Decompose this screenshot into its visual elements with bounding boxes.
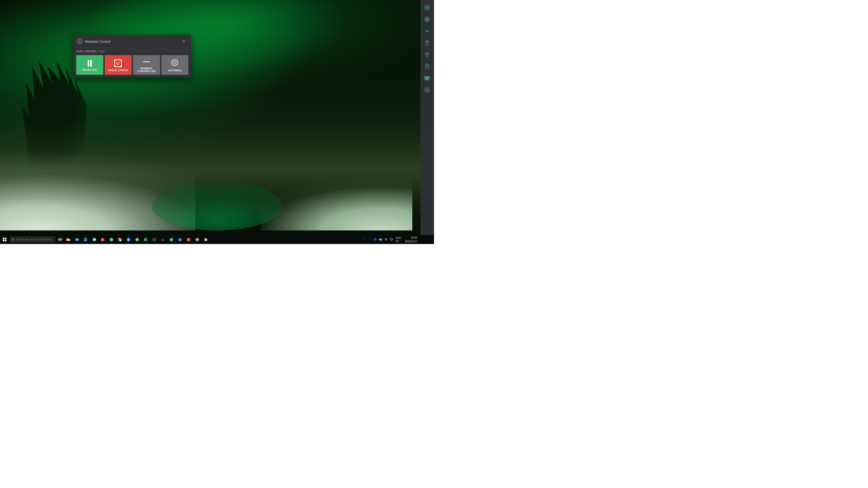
svg-text:S: S bbox=[127, 238, 129, 241]
svg-text:💬: 💬 bbox=[93, 238, 96, 241]
taskbar-app-excel[interactable]: X bbox=[142, 235, 150, 243]
dialog-close-button[interactable]: × bbox=[180, 38, 187, 45]
svg-rect-36 bbox=[58, 238, 60, 239]
sidebar-icon-mouse2[interactable] bbox=[422, 61, 432, 71]
windows-control-dialog: Windows Control × Active calibration: An… bbox=[73, 35, 191, 77]
pause-icon bbox=[88, 60, 92, 67]
svg-text:W: W bbox=[179, 239, 181, 241]
svg-rect-79 bbox=[206, 240, 207, 240]
taskbar-app-skype[interactable]: S bbox=[124, 235, 132, 243]
search-icon bbox=[12, 238, 14, 241]
clock-time: 16:06 bbox=[410, 236, 417, 240]
sidebar-icon-location[interactable] bbox=[422, 50, 432, 60]
svg-rect-45 bbox=[84, 238, 87, 239]
svg-rect-38 bbox=[58, 240, 60, 241]
language-label: ENG SV bbox=[396, 236, 401, 243]
svg-text:🐘: 🐘 bbox=[110, 238, 113, 241]
svg-rect-75 bbox=[204, 238, 207, 241]
pause-bar-left bbox=[88, 60, 89, 67]
taskbar-app-chrome[interactable] bbox=[116, 235, 124, 243]
svg-text:A: A bbox=[101, 238, 103, 241]
pause-button[interactable]: PAUSE (F4) bbox=[76, 55, 103, 75]
taskbar-app-outlook[interactable]: O ✉ bbox=[73, 235, 81, 243]
svg-text:X: X bbox=[145, 238, 146, 241]
dialog-title-text: Windows Control bbox=[85, 39, 110, 43]
pause-button-label: PAUSE (F4) bbox=[82, 68, 97, 71]
svg-point-34 bbox=[12, 238, 13, 240]
tray-volume[interactable] bbox=[378, 235, 383, 243]
svg-text:Ae: Ae bbox=[161, 239, 164, 241]
sidebar-icon-face[interactable] bbox=[422, 3, 432, 13]
taskbar-app-ae[interactable]: Ae bbox=[159, 235, 167, 243]
svg-point-12 bbox=[427, 41, 428, 42]
sidebar-icon-target[interactable] bbox=[422, 14, 432, 24]
sidebar-icon-back[interactable] bbox=[422, 26, 432, 36]
start-button[interactable] bbox=[0, 235, 9, 244]
svg-point-1 bbox=[426, 7, 427, 7]
svg-rect-20 bbox=[428, 77, 429, 77]
settings-button[interactable]: SETTINGS bbox=[161, 55, 188, 75]
sidebar-icon-keyboard[interactable] bbox=[422, 73, 432, 83]
tray-dropbox[interactable] bbox=[373, 235, 377, 243]
taskbar-app-misc[interactable] bbox=[202, 235, 210, 243]
svg-point-27 bbox=[79, 40, 81, 41]
taskbar-search-bar[interactable] bbox=[10, 236, 55, 242]
track-status-button[interactable]: TRACK STATUS bbox=[105, 55, 132, 75]
calibration-name: Andy bbox=[98, 50, 104, 53]
calibration-label: Active calibration: bbox=[76, 50, 97, 53]
taskbar-app-acrobat[interactable]: A bbox=[98, 235, 107, 243]
tray-language[interactable]: ENG SV bbox=[395, 236, 402, 243]
track-dot-bl bbox=[114, 66, 116, 67]
svg-text:🌍: 🌍 bbox=[196, 238, 199, 241]
sidebar-icon-mouse[interactable] bbox=[422, 38, 432, 48]
svg-text:C: C bbox=[170, 238, 172, 241]
track-dot-tr bbox=[120, 60, 122, 61]
svg-rect-39 bbox=[60, 240, 62, 241]
track-status-icon bbox=[114, 59, 122, 67]
tray-network[interactable] bbox=[384, 235, 388, 243]
svg-rect-31 bbox=[5, 238, 6, 239]
svg-rect-19 bbox=[427, 77, 428, 77]
tray-notification[interactable] bbox=[389, 235, 394, 243]
track-status-button-label: TRACK STATUS bbox=[108, 69, 128, 72]
tray-more[interactable]: ··· bbox=[368, 235, 372, 243]
svg-rect-30 bbox=[3, 238, 4, 239]
dialog-title-left: Windows Control bbox=[77, 39, 110, 44]
minimize-controller-button[interactable]: MINIMIZE CONTROLLER bbox=[133, 55, 160, 75]
taskbar-app-spotify[interactable] bbox=[133, 235, 141, 243]
svg-text:✉: ✉ bbox=[77, 239, 79, 240]
taskbar-app-word[interactable]: W bbox=[176, 235, 184, 243]
sidebar-icon-settings[interactable] bbox=[422, 85, 432, 95]
taskbar-app-whatsapp[interactable]: 💬 bbox=[90, 235, 98, 243]
svg-rect-24 bbox=[428, 78, 429, 78]
svg-point-0 bbox=[425, 5, 430, 10]
svg-point-2 bbox=[428, 7, 428, 7]
clock-date: 28/03/2017 bbox=[405, 240, 417, 243]
minimize-controller-button-label: MINIMIZE CONTROLLER bbox=[135, 67, 158, 72]
tray-chevron[interactable]: ^ bbox=[362, 235, 367, 243]
task-view-button[interactable] bbox=[56, 235, 64, 243]
tray-clock[interactable]: 16:06 28/03/2017 bbox=[403, 236, 418, 243]
taskbar-app-web[interactable]: 🌍 bbox=[193, 235, 201, 243]
taskbar-app-powerpoint[interactable]: P bbox=[184, 235, 193, 243]
svg-point-80 bbox=[375, 240, 375, 241]
svg-rect-28 bbox=[117, 62, 119, 64]
svg-text:P: P bbox=[187, 239, 189, 241]
svg-rect-22 bbox=[426, 78, 427, 78]
taskbar-app-plus[interactable] bbox=[150, 235, 158, 243]
snow-right bbox=[260, 121, 412, 230]
taskbar-app-camtasia[interactable]: C bbox=[167, 235, 176, 243]
svg-rect-32 bbox=[3, 240, 4, 241]
search-input[interactable] bbox=[16, 238, 53, 241]
svg-rect-77 bbox=[206, 238, 207, 239]
dialog-logo-icon bbox=[77, 39, 83, 44]
control-buttons-grid: PAUSE (F4) TRACK STATUS bbox=[76, 55, 188, 75]
svg-rect-78 bbox=[205, 240, 206, 240]
taskbar-app-calendar[interactable]: 28 bbox=[81, 235, 90, 243]
taskbar-app-explorer[interactable] bbox=[64, 235, 72, 243]
svg-point-5 bbox=[427, 19, 428, 20]
svg-point-13 bbox=[426, 53, 428, 55]
settings-button-label: SETTINGS bbox=[168, 69, 182, 72]
taskbar-app-evernote[interactable]: 🐘 bbox=[107, 235, 115, 243]
minimize-controller-icon bbox=[143, 61, 150, 62]
